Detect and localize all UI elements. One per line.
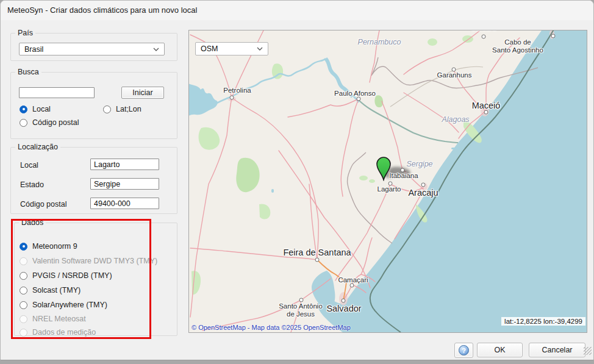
radio-label: Código postal xyxy=(32,118,79,127)
city-label: Itabaiana xyxy=(389,172,418,180)
group-dados-label: Dados xyxy=(19,218,46,227)
map-layer-select[interactable]: OSM xyxy=(195,42,268,55)
city-label: Cabo de Santo Agostinho xyxy=(492,38,543,54)
city-label: Camaçari xyxy=(338,276,368,284)
radio-label: Solcast (TMY) xyxy=(32,286,81,294)
city-label: Aracaju xyxy=(408,188,438,198)
dados-option-nrel-meteosat: NREL Meteosat xyxy=(20,314,86,324)
radio-circle[interactable] xyxy=(20,243,27,251)
dados-option-dados-de-medi-o: Dados de medição xyxy=(20,327,96,337)
city-label: Salvador xyxy=(326,304,361,314)
city-dot xyxy=(551,34,556,38)
group-busca-label: Busca xyxy=(15,68,41,77)
radio-label: Meteonorm 9 xyxy=(32,242,77,251)
city-dot xyxy=(315,258,320,262)
radio-circle[interactable] xyxy=(20,301,27,309)
city-dot xyxy=(421,183,426,187)
radio-circle[interactable] xyxy=(20,287,27,294)
field-local-input[interactable] xyxy=(90,159,159,170)
country-select-value: Brasil xyxy=(24,45,43,54)
radio-lat-lon[interactable]: Lat;Lon xyxy=(103,104,141,114)
ok-button[interactable]: OK xyxy=(477,343,523,357)
state-label: Sergipe xyxy=(406,160,432,168)
field-cep-input[interactable] xyxy=(90,198,159,209)
help-button[interactable]: ? xyxy=(454,343,473,358)
state-label: Pernambuco xyxy=(358,38,401,46)
city-label: Garanhuns xyxy=(437,71,472,79)
dados-option-meteonorm-9[interactable]: Meteonorm 9 xyxy=(20,241,77,251)
city-label: Maceió xyxy=(472,101,501,111)
radio-circle xyxy=(20,315,27,323)
radio-label: SolarAnywhere (TMY) xyxy=(32,301,107,309)
radio-label: Valentin Software DWD TMY3 (TMY) xyxy=(32,257,157,265)
map-panel[interactable]: CaruaruCabo de Santo AgostinhoPetrolinaP… xyxy=(188,30,587,333)
country-select[interactable]: Brasil xyxy=(19,43,165,55)
chevron-down-icon xyxy=(257,47,263,51)
radio-c-digo-postal[interactable]: Código postal xyxy=(20,118,79,127)
group-busca: Busca Iniciar LocalLat;LonCódigo postal xyxy=(10,72,177,139)
group-dados: Dados Meteonorm 9Valentin Software DWD T… xyxy=(14,223,177,336)
radio-label: PVGIS / NSRDB (TMY) xyxy=(32,271,112,280)
radio-label: Lat;Lon xyxy=(116,105,141,113)
dados-option-solaranywhere-tmy-[interactable]: SolarAnywhere (TMY) xyxy=(20,300,107,310)
map-coordinates: lat:-12,8225 lon:-39,4299 xyxy=(501,317,585,326)
city-label: Petrolina xyxy=(223,87,251,95)
radio-circle[interactable] xyxy=(103,105,111,113)
window-title: MeteoSyn - Criar dados climáticos para u… xyxy=(7,5,197,15)
radio-circle xyxy=(20,257,27,265)
radio-circle[interactable] xyxy=(20,272,27,280)
city-label: Santo Antônio de Jesus xyxy=(279,302,323,318)
radio-circle[interactable] xyxy=(20,119,27,127)
chevron-down-icon xyxy=(153,48,159,51)
radio-circle[interactable] xyxy=(20,105,27,113)
radio-label: Local xyxy=(32,105,51,113)
group-pais: País Brasil xyxy=(10,33,177,61)
radio-label: NREL Meteosat xyxy=(32,315,86,323)
city-label: Caruaru xyxy=(471,30,496,33)
radio-label: Dados de medição xyxy=(32,328,96,337)
group-localizacao-label: Localização xyxy=(15,143,60,152)
city-label: Paulo Afonso xyxy=(334,90,376,98)
field-cep-label: Código postal xyxy=(20,200,66,209)
help-icon: ? xyxy=(459,345,469,355)
dados-option-solcast-tmy-[interactable]: Solcast (TMY) xyxy=(20,285,81,295)
start-search-button[interactable]: Iniciar xyxy=(121,87,164,99)
meteosyn-dialog: MeteoSyn - Criar dados climáticos para u… xyxy=(0,0,594,360)
field-estado-input[interactable] xyxy=(90,178,159,190)
city-label: Lagarto xyxy=(377,185,401,193)
city-dot xyxy=(482,35,486,39)
cancel-button[interactable]: Cancelar xyxy=(529,343,585,357)
city-dot xyxy=(299,298,304,302)
radio-circle xyxy=(20,329,27,337)
group-pais-label: País xyxy=(15,29,35,38)
city-label: Feira de Santana xyxy=(283,248,351,258)
resize-grip[interactable] xyxy=(584,347,592,355)
city-dot xyxy=(342,299,346,303)
city-dot xyxy=(484,110,488,115)
search-input[interactable] xyxy=(19,87,95,98)
city-dot xyxy=(230,96,234,100)
title-bar[interactable]: MeteoSyn - Criar dados climáticos para u… xyxy=(1,1,593,20)
map-attribution[interactable]: © OpenStreetMap - Map data ©2025 OpenStr… xyxy=(191,324,351,331)
field-local-label: Local xyxy=(20,161,38,170)
field-estado-label: Estado xyxy=(20,180,44,189)
radio-local[interactable]: Local xyxy=(20,104,51,114)
dados-option-pvgis-nsrdb-tmy-[interactable]: PVGIS / NSRDB (TMY) xyxy=(20,271,112,280)
dados-option-valentin-software-dwd-tmy3-tmy-: Valentin Software DWD TMY3 (TMY) xyxy=(20,256,157,266)
state-label: Alagoas xyxy=(442,115,469,124)
map-layer-select-value: OSM xyxy=(201,45,218,53)
group-localizacao: Localização Local Estado Código postal xyxy=(10,147,177,214)
map-marker-pin[interactable] xyxy=(374,157,393,181)
map-svg[interactable] xyxy=(189,30,587,332)
